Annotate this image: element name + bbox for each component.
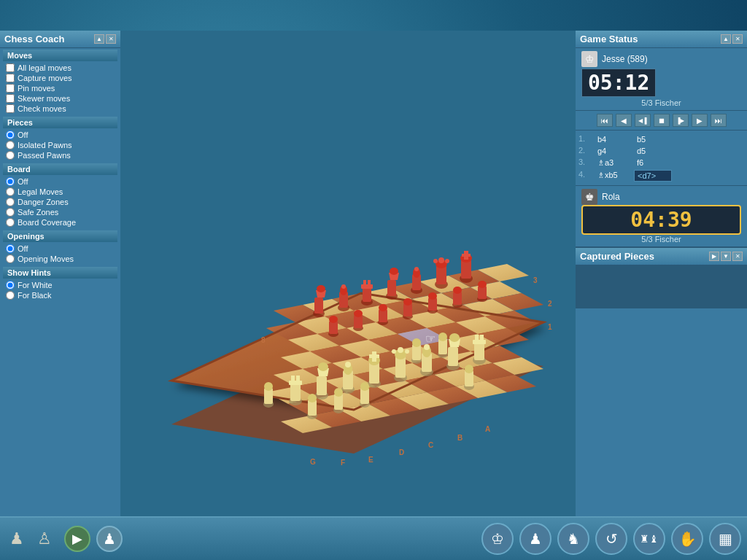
captured-expand[interactable]: ▶ [709, 252, 719, 261]
legal-moves-radio[interactable] [6, 187, 15, 196]
move-next-alt[interactable]: ▐▶ [673, 114, 689, 127]
move-last[interactable]: ⏭ [711, 114, 727, 127]
openings-off-radio[interactable] [6, 244, 15, 253]
passed-pawns-label[interactable]: Passed Pawns [18, 151, 71, 160]
svg-text:D: D [399, 448, 404, 456]
chess-board[interactable]: A B C D E F G 1 2 3 8 [128, 45, 565, 468]
move-white-2[interactable]: g4 [595, 146, 632, 156]
move-stop[interactable]: ⏹ [654, 114, 670, 127]
svg-text:2: 2 [548, 300, 552, 308]
bottom-white-pawn: ♙ [34, 528, 55, 550]
move-white-3[interactable]: ♗a3 [595, 158, 632, 168]
board-off-label[interactable]: Off [18, 177, 28, 186]
action-pawn-button[interactable]: ♟ [519, 523, 551, 555]
pin-moves-row: Pin moves [3, 83, 117, 93]
game-status-close[interactable]: ✕ [732, 34, 743, 44]
move-pawn-button[interactable]: ♟ [96, 526, 123, 552]
svg-rect-84 [387, 280, 396, 296]
danger-zones-label[interactable]: Danger Zones [18, 198, 69, 206]
game-status-panel: Game Status ▲ ✕ ♔ Jesse (589) 05:12 5/3 … [576, 31, 747, 247]
move-num-3: 3. [578, 158, 593, 168]
for-white-row: For White [3, 280, 117, 290]
pieces-off-label[interactable]: Off [18, 131, 28, 139]
captured-close[interactable]: ✕ [732, 252, 743, 261]
legal-moves-label[interactable]: Legal Moves [18, 187, 63, 196]
pin-moves-label[interactable]: Pin moves [18, 84, 55, 93]
svg-point-115 [403, 298, 412, 306]
board-coverage-radio[interactable] [6, 218, 15, 227]
all-legal-moves-row: All legal moves [3, 63, 117, 73]
moves-header: Moves [3, 50, 117, 61]
openings-off-label[interactable]: Off [18, 244, 28, 253]
all-legal-moves-label[interactable]: All legal moves [18, 63, 71, 72]
svg-point-121 [453, 287, 462, 294]
check-moves-label[interactable]: Check moves [18, 104, 66, 113]
action-king-button[interactable]: ♔ [481, 523, 514, 555]
skewer-moves-label[interactable]: Skewer moves [18, 94, 70, 103]
svg-rect-136 [291, 376, 295, 382]
move-prev[interactable]: ◀ [616, 114, 632, 127]
for-white-radio[interactable] [6, 281, 15, 289]
move-num-2: 2. [578, 146, 593, 156]
captured-panel: Captured Pieces ▶ ▼ ✕ [576, 247, 747, 308]
safe-zones-radio[interactable] [6, 208, 15, 217]
move-black-1[interactable]: b5 [634, 134, 672, 144]
play-button[interactable]: ▶ [64, 526, 90, 552]
pin-moves-checkbox[interactable] [6, 84, 15, 93]
move-white-1[interactable]: b4 [595, 134, 632, 144]
board-coverage-label[interactable]: Board Coverage [18, 218, 76, 227]
captured-down[interactable]: ▼ [721, 252, 731, 261]
move-next[interactable]: ▶ [692, 114, 708, 127]
svg-point-94 [438, 257, 444, 263]
player2-icon: ♚ [581, 189, 597, 205]
openings-off-row: Off [3, 244, 117, 254]
move-white-4[interactable]: ♗xb5 [595, 170, 632, 182]
action-grid-button[interactable]: ▦ [709, 523, 741, 555]
for-black-radio[interactable] [6, 291, 15, 300]
opening-moves-radio[interactable] [6, 254, 15, 263]
pieces-off-radio[interactable] [6, 131, 15, 139]
opening-moves-label[interactable]: Opening Moves [18, 254, 74, 263]
action-pieces-button[interactable]: ♜♝ [633, 523, 665, 555]
for-black-label[interactable]: For Black [18, 291, 51, 300]
svg-point-154 [398, 347, 403, 353]
svg-rect-139 [317, 376, 327, 395]
capture-moves-label[interactable]: Capture moves [18, 74, 72, 82]
player2-name-row: ♚ Rola [581, 189, 741, 205]
svg-point-145 [345, 362, 351, 368]
move-black-4[interactable]: <d7> [634, 170, 672, 182]
move-black-2[interactable]: d5 [634, 146, 672, 156]
all-legal-moves-checkbox[interactable] [6, 63, 15, 72]
pieces-off-row: Off [3, 130, 117, 140]
for-white-label[interactable]: For White [18, 281, 53, 289]
chess-coach-header: Chess Coach ▲ ✕ [0, 31, 120, 48]
board-header: Board [3, 163, 117, 175]
isolated-pawns-radio[interactable] [6, 141, 15, 149]
action-hand-button[interactable]: ✋ [671, 523, 703, 555]
skewer-moves-checkbox[interactable] [6, 94, 15, 103]
danger-zones-radio[interactable] [6, 198, 15, 206]
chess-coach-collapse[interactable]: ▲ [94, 34, 104, 44]
board-svg: A B C D E F G 1 2 3 8 [128, 45, 565, 468]
svg-rect-137 [296, 376, 300, 382]
move-black-3[interactable]: f6 [634, 158, 672, 168]
svg-text:A: A [485, 425, 490, 433]
chess-coach-close[interactable]: ✕ [106, 34, 116, 44]
safe-zones-label[interactable]: Safe Zones [18, 208, 58, 217]
svg-text:3: 3 [533, 276, 538, 284]
pieces-header: Pieces [3, 117, 117, 128]
isolated-pawns-label[interactable]: Isolated Pawns [18, 141, 72, 149]
svg-rect-169 [480, 335, 484, 341]
move-prev-alt[interactable]: ◀▐ [635, 114, 651, 127]
action-rotate-button[interactable]: ↺ [595, 523, 627, 555]
captured-controls: ▶ ▼ ✕ [709, 252, 743, 261]
captured-header: Captured Pieces ▶ ▼ ✕ [576, 248, 747, 265]
player1-clock: 05:12 [581, 69, 656, 97]
game-status-up[interactable]: ▲ [721, 34, 731, 44]
passed-pawns-radio[interactable] [6, 151, 15, 160]
action-knight-button[interactable]: ♞ [557, 523, 589, 555]
check-moves-checkbox[interactable] [6, 104, 15, 113]
board-off-radio[interactable] [6, 177, 15, 186]
move-first[interactable]: ⏮ [597, 114, 613, 127]
capture-moves-checkbox[interactable] [6, 74, 15, 82]
